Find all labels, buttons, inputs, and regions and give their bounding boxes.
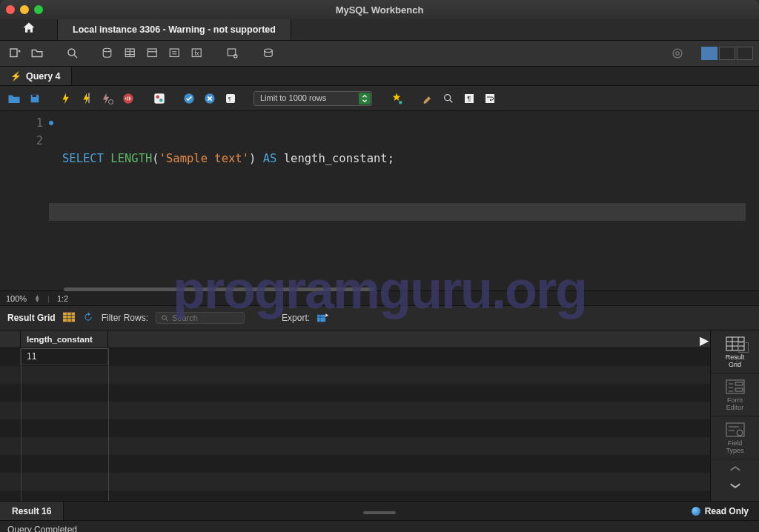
result-grid-panel-button[interactable]: Result Grid [711,330,759,373]
zoom-window-button[interactable] [34,5,43,14]
field-types-panel-button[interactable]: Field Types [711,416,759,459]
export-icon[interactable] [317,312,329,325]
svg-point-33 [737,430,743,436]
execute-icon[interactable] [58,90,74,107]
stripe-row [0,366,710,384]
open-file-icon[interactable] [6,90,22,107]
svg-text:¶: ¶ [228,95,231,102]
semicolon: ; [388,152,394,165]
maximize-panel-icon[interactable] [738,342,749,353]
svg-point-17 [159,99,163,102]
alias: length_constant [284,152,388,165]
main-toolbar: fx [0,40,759,67]
wrap-lines-icon[interactable] [482,90,498,107]
svg-point-23 [445,94,451,100]
table-row[interactable]: 11 [0,348,710,365]
svg-rect-4 [170,49,179,57]
result-grid-label: Result Grid [7,313,56,323]
save-file-icon[interactable] [27,90,43,107]
scroll-up-icon[interactable] [711,459,759,477]
new-sql-tab-icon[interactable] [6,44,24,62]
scroll-down-icon[interactable] [711,477,759,495]
toggle-autocommit-icon[interactable] [151,90,168,107]
invisible-chars-icon[interactable]: ¶ [461,90,477,107]
panel-toggles [701,47,753,60]
explain-icon[interactable] [99,90,116,107]
query-tab[interactable]: ⚡ Query 4 [0,67,72,85]
data-cell[interactable]: 11 [21,348,108,365]
panel-label: Result Grid [726,353,745,368]
svg-text:¶: ¶ [467,95,471,102]
svg-rect-32 [726,423,744,436]
create-function-icon[interactable]: fx [188,44,206,62]
create-view-icon[interactable] [144,44,162,62]
grid-header: length_constant [0,330,710,348]
grid-body[interactable]: 11 [0,348,710,501]
toggle-output-button[interactable] [737,47,753,60]
inspector-icon[interactable] [64,44,82,62]
column-divider [21,348,21,501]
string-literal: 'Sample text' [159,152,249,165]
close-window-button[interactable] [6,5,15,14]
reconnect-icon[interactable] [259,44,277,62]
panel-label: Field Types [726,439,743,454]
filter-rows-label: Filter Rows: [102,313,148,323]
create-procedure-icon[interactable] [166,44,184,62]
beautify-icon[interactable] [388,90,405,107]
panel-drag-handle[interactable] [363,511,396,514]
svg-point-11 [676,52,680,56]
find-icon[interactable] [440,90,457,107]
toggle-sidebar-button[interactable] [701,47,717,60]
svg-point-28 [162,315,167,319]
sql-editor[interactable]: 1 2 SELECT LENGTH('Sample text') AS leng… [0,111,759,290]
filter-rows-input[interactable] [156,312,245,324]
create-schema-icon[interactable] [99,44,117,62]
result-side-panels: Result Grid Form Editor Field Types [710,330,759,501]
result-tab-label: Result 16 [12,506,51,516]
form-editor-panel-button[interactable]: Form Editor [711,373,759,416]
export-label: Export: [282,313,310,323]
line-number: 2 [36,134,43,147]
connection-tab-label: Local instance 3306 - Warning - not supp… [73,24,276,35]
toggle-whitespace-icon[interactable]: ¶ [222,90,239,107]
svg-rect-29 [317,314,325,322]
zoom-stepper[interactable]: ▲▼ [34,295,40,302]
result-grid: ▶ length_constant 11 [0,330,710,501]
svg-rect-13 [88,93,90,103]
svg-point-0 [68,49,75,56]
svg-rect-3 [148,49,156,57]
traffic-lights [6,5,43,14]
paren: ( [152,152,159,165]
editor-gutter: 1 2 [0,111,49,290]
grid-corner [0,330,21,348]
statement-marker-icon [49,121,53,125]
paren: ) [249,152,256,165]
brush-icon[interactable] [420,90,436,107]
home-tab[interactable] [0,19,58,40]
toggle-secondary-button[interactable] [719,47,735,60]
refresh-icon[interactable] [82,312,94,325]
column-header[interactable]: length_constant [21,330,108,348]
result-grid-icon[interactable] [63,312,75,325]
stop-icon[interactable] [120,90,136,107]
settings-gear-icon[interactable] [669,44,686,62]
svg-rect-12 [33,94,36,96]
open-sql-icon[interactable] [28,44,46,62]
connection-tab[interactable]: Local instance 3306 - Warning - not supp… [58,19,291,40]
search-table-data-icon[interactable] [224,44,242,62]
rollback-icon[interactable] [202,90,218,107]
editor-code[interactable]: SELECT LENGTH('Sample text') AS length_c… [49,111,746,290]
result-tab[interactable]: Result 16 [0,502,64,520]
filter-rows-field[interactable] [172,313,231,322]
read-only-indicator: Read Only [681,502,759,520]
limit-rows-select[interactable]: Limit to 1000 rows [253,91,372,106]
create-table-icon[interactable] [122,44,139,62]
commit-icon[interactable] [181,90,197,107]
svg-point-10 [673,49,682,58]
minimize-window-button[interactable] [20,5,29,14]
svg-point-14 [109,99,113,104]
expand-arrow-icon[interactable]: ▶ [700,333,709,348]
connection-tabbar: Local instance 3306 - Warning - not supp… [0,19,759,40]
execute-current-icon[interactable] [79,90,95,107]
horizontal-scrollbar[interactable] [64,287,375,291]
